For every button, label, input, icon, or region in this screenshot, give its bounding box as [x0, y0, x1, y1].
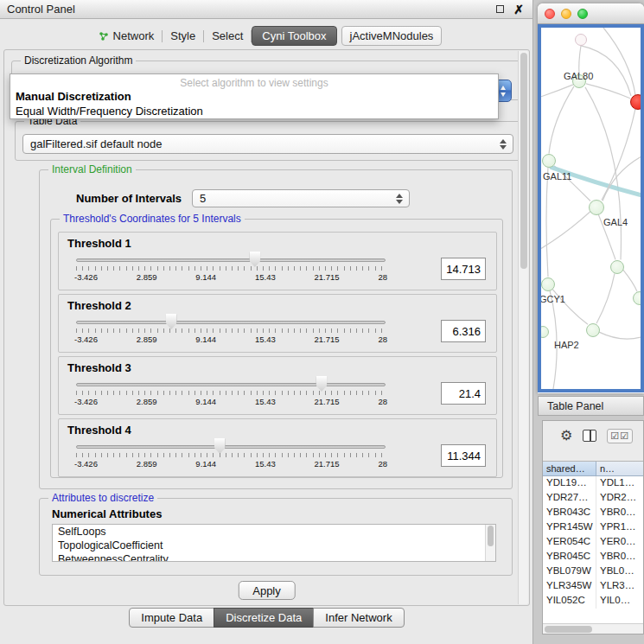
threshold-2-slider[interactable]: -3.4262.8599.14415.4321.71528	[74, 313, 387, 349]
table-cell: YLR345W	[543, 579, 596, 594]
table-row[interactable]: YDL19…YDL1…	[543, 476, 643, 491]
list-scrollbar[interactable]	[485, 525, 495, 561]
slider-ticks	[76, 266, 386, 271]
scrollbar-thumb[interactable]	[488, 526, 494, 546]
slider-thumb[interactable]	[166, 314, 177, 329]
threshold-label: Threshold 3	[67, 361, 489, 374]
attributes-list[interactable]: SelfLoopsTopologicalCoefficientBetweenne…	[52, 524, 496, 562]
table-row[interactable]: YDR27…YDR2…	[543, 491, 643, 506]
threshold-4-panel: Threshold 4 -3.4262.8599.14415.4321.7152…	[58, 418, 497, 477]
column-header-name[interactable]: n…	[596, 462, 643, 475]
gear-icon[interactable]: ⚙	[560, 428, 572, 443]
network-node[interactable]	[541, 277, 555, 291]
dropdown-option-manual-discretization[interactable]: Manual Discretization	[10, 89, 498, 104]
dropdown-placeholder: Select algorithm to view settings	[10, 74, 498, 89]
table-header: shared… n…	[543, 461, 643, 476]
zoom-traffic-light[interactable]	[577, 9, 588, 19]
threshold-value-field[interactable]: 6.316	[441, 320, 486, 342]
attributes-group: Attributes to discretize Numerical Attri…	[39, 498, 513, 576]
tab-infer-network[interactable]: Infer Network	[313, 608, 404, 628]
combo-value: galFiltered.sif default node	[30, 137, 162, 150]
threshold-2-panel: Threshold 2 -3.4262.8599.14415.4321.7152…	[58, 294, 497, 353]
select-columns-icon[interactable]: ☑☑	[607, 429, 633, 443]
scale-tick-label: 2.859	[137, 335, 157, 344]
dropdown-option-equal-width-frequency[interactable]: Equal Width/Frequency Discretization	[10, 104, 498, 118]
tab-select[interactable]: Select	[204, 27, 251, 45]
scale-tick-label: 9.144	[195, 397, 216, 406]
scrollbar-thumb[interactable]	[545, 626, 592, 633]
window-title: Control Panel	[7, 3, 75, 16]
threshold-3-slider[interactable]: -3.4262.8599.14415.4321.71528	[74, 375, 387, 411]
tab-network[interactable]: Network	[91, 27, 163, 45]
scrollbar-thumb[interactable]	[520, 53, 527, 269]
network-window-titlebar[interactable]	[538, 3, 644, 24]
network-node[interactable]	[575, 34, 587, 46]
network-node[interactable]	[589, 200, 604, 215]
tab-style[interactable]: Style	[163, 27, 203, 45]
tab-label: Network	[113, 29, 155, 42]
slider-scale: -3.4262.8599.14415.4321.71528	[74, 335, 387, 344]
slider-scale: -3.4262.8599.14415.4321.71528	[74, 272, 387, 282]
table-row[interactable]: YLR345WYLR3…	[543, 579, 643, 594]
threshold-4-slider[interactable]: -3.4262.8599.14415.4321.71528	[74, 437, 387, 474]
slider-track[interactable]	[76, 258, 386, 262]
table-data-combo[interactable]: galFiltered.sif default node	[22, 134, 513, 154]
table-cell: YER054C	[543, 535, 596, 550]
table-row[interactable]: YIL052CYIL0…	[543, 594, 643, 609]
combo-arrows-icon	[500, 139, 507, 150]
slider-ticks	[76, 453, 386, 457]
threshold-1-slider[interactable]: -3.4262.8599.14415.4321.71528	[74, 251, 387, 287]
attribute-item[interactable]: BetweennessCentrality	[53, 552, 495, 562]
tab-discretize-data[interactable]: Discretize Data	[214, 608, 314, 628]
threshold-value-field[interactable]: 14.713	[441, 258, 486, 280]
numerical-attributes-label: Numerical Attributes	[52, 507, 512, 520]
scale-tick-label: 28	[378, 397, 387, 406]
slider-thumb[interactable]	[214, 438, 226, 454]
network-node-label: GCY1	[539, 294, 565, 304]
columns-icon[interactable]	[583, 430, 596, 442]
network-node[interactable]	[538, 326, 549, 338]
table-row[interactable]: YPR145WYPR1…	[543, 520, 643, 535]
slider-track[interactable]	[76, 383, 386, 386]
num-intervals-combo[interactable]: 5	[192, 189, 410, 207]
scale-tick-label: 15.43	[255, 397, 276, 406]
threshold-value-field[interactable]: 11.344	[441, 444, 486, 467]
slider-thumb[interactable]	[249, 252, 260, 267]
table-cell: YIL052C	[543, 594, 596, 609]
number-of-intervals-label: Number of Intervals	[76, 192, 182, 205]
network-node[interactable]	[633, 291, 644, 305]
table-row[interactable]: YER054CYER0…	[543, 535, 643, 550]
group-label: Threshold's Coordinates for 5 Intervals	[60, 213, 245, 225]
network-canvas[interactable]: GAL80GAL11GAL4GCY1HAP2	[538, 24, 644, 392]
network-node[interactable]	[630, 94, 644, 110]
close-icon[interactable]: ✗	[513, 3, 524, 16]
tab-cyni-toolbox[interactable]: Cyni Toolbox	[252, 26, 336, 46]
scale-tick-label: 9.144	[195, 272, 216, 282]
table-cell: YDR2…	[596, 491, 643, 506]
column-header-shared-name[interactable]: shared…	[543, 462, 596, 475]
horizontal-scrollbar[interactable]	[543, 623, 643, 634]
bottom-tabs: Impute Data Discretize Data Infer Networ…	[0, 608, 533, 628]
slider-track[interactable]	[76, 445, 386, 449]
table-row[interactable]: YBL079WYBL0…	[543, 564, 643, 579]
threshold-1-panel: Threshold 1 -3.4262.8599.14415.4321.7152…	[58, 232, 497, 290]
network-node-label: GAL80	[564, 71, 593, 81]
close-traffic-light[interactable]	[545, 9, 555, 19]
apply-button[interactable]: Apply	[238, 581, 296, 600]
network-node[interactable]	[586, 323, 600, 337]
float-window-icon[interactable]	[496, 5, 504, 13]
slider-track[interactable]	[76, 321, 386, 324]
tab-impute-data[interactable]: Impute Data	[129, 608, 214, 628]
minimize-traffic-light[interactable]	[561, 9, 571, 19]
network-node[interactable]	[542, 154, 556, 168]
tab-jactivemnodules[interactable]: jActiveMNodules	[341, 26, 443, 46]
panel-scrollbar[interactable]	[518, 51, 528, 604]
table-row[interactable]: YBR043CYBR0…	[543, 506, 643, 520]
slider-thumb[interactable]	[316, 376, 327, 392]
table-row[interactable]: YBR045CYBR0…	[543, 550, 643, 564]
network-node[interactable]	[610, 260, 624, 274]
attribute-item[interactable]: TopologicalCoefficient	[53, 539, 495, 552]
threshold-value-field[interactable]: 21.4	[441, 382, 486, 405]
scale-tick-label: 21.715	[315, 335, 340, 344]
attribute-item[interactable]: SelfLoops	[53, 525, 495, 539]
